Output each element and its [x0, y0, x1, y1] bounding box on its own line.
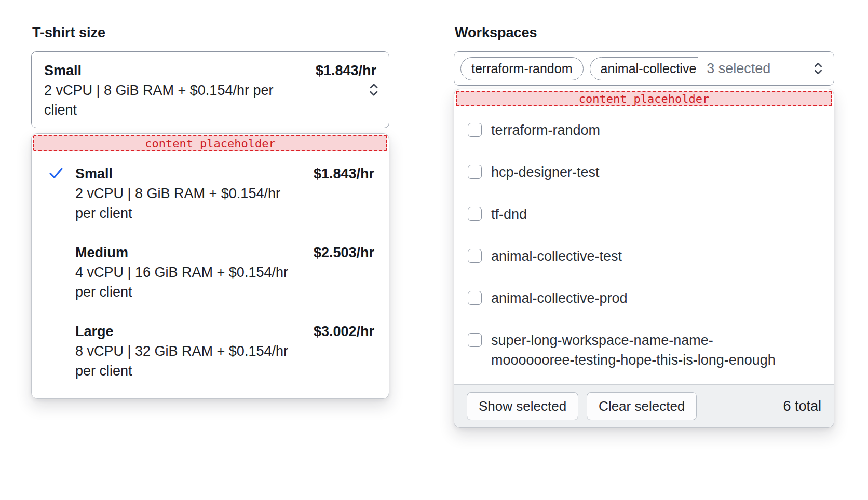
- content-placeholder: content placeholder: [33, 135, 387, 151]
- workspace-name: tf-dnd: [491, 204, 527, 224]
- selected-check-column: [47, 322, 69, 381]
- option-title: Small: [75, 164, 113, 184]
- workspaces-dropdown-panel: content placeholder terraform-random hcp…: [454, 89, 834, 428]
- tag-terraform-random[interactable]: terraform-random: [460, 57, 584, 80]
- selected-check-column: [47, 243, 69, 302]
- checkbox[interactable]: [468, 123, 482, 137]
- show-selected-button[interactable]: Show selected: [467, 392, 578, 420]
- tshirt-size-section: T-shirt size Small $1.843/hr 2 vCPU | 8 …: [31, 25, 389, 399]
- checkbox[interactable]: [468, 207, 482, 221]
- selected-count: 3 selected: [707, 61, 770, 77]
- tshirt-dropdown-panel: content placeholder Small $1.843/hr 2 vC…: [31, 133, 389, 399]
- tshirt-trigger-title: Small: [44, 61, 82, 80]
- option-price: $1.843/hr: [314, 164, 374, 184]
- option-content: Small $1.843/hr 2 vCPU | 8 GiB RAM + $0.…: [75, 164, 374, 223]
- option-content: Large $3.002/hr 8 vCPU | 32 GiB RAM + $0…: [75, 322, 374, 381]
- clear-selected-button[interactable]: Clear selected: [587, 392, 697, 420]
- workspaces-multiselect-trigger[interactable]: terraform-random animal-collective 3 sel…: [454, 51, 834, 86]
- check-icon: [47, 165, 65, 181]
- option-content: Medium $2.503/hr 4 vCPU | 16 GiB RAM + $…: [75, 243, 374, 302]
- workspace-name: animal-collective-prod: [491, 288, 628, 308]
- option-description: 2 vCPU | 8 GiB RAM + $0.154/hr per clien…: [75, 184, 304, 223]
- workspace-name: hcp-designer-test: [491, 162, 600, 182]
- workspaces-section: Workspaces terraform-random animal-colle…: [454, 25, 834, 428]
- tshirt-trigger-title-row: Small $1.843/hr: [44, 61, 376, 80]
- workspace-name: super-long-workspace-name-name-moooooore…: [491, 330, 782, 370]
- tshirt-trigger-description: 2 vCPU | 8 GiB RAM + $0.154/hr per clien…: [44, 80, 304, 120]
- option-description: 4 vCPU | 16 GiB RAM + $0.154/hr per clie…: [75, 262, 304, 302]
- workspace-option[interactable]: terraform-random: [468, 120, 819, 140]
- tshirt-trigger-price: $1.843/hr: [316, 61, 376, 80]
- option-title: Large: [75, 322, 114, 341]
- option-description: 8 vCPU | 32 GiB RAM + $0.154/hr per clie…: [75, 341, 304, 381]
- workspace-option[interactable]: tf-dnd: [468, 204, 819, 224]
- up-down-caret-icon: [366, 81, 382, 99]
- workspace-option-list: terraform-random hcp-designer-test tf-dn…: [454, 108, 834, 384]
- workspace-name: animal-collective-test: [491, 246, 622, 266]
- checkbox[interactable]: [468, 249, 482, 263]
- workspace-option[interactable]: animal-collective-prod: [468, 288, 819, 308]
- content-placeholder: content placeholder: [456, 91, 832, 106]
- tag-animal-collective[interactable]: animal-collective: [590, 57, 699, 80]
- workspaces-footer: Show selected Clear selected 6 total: [454, 384, 834, 427]
- workspace-name: terraform-random: [491, 120, 600, 140]
- workspace-option[interactable]: hcp-designer-test: [468, 162, 819, 182]
- workspace-option[interactable]: animal-collective-test: [468, 246, 819, 266]
- tshirt-select-trigger[interactable]: Small $1.843/hr 2 vCPU | 8 GiB RAM + $0.…: [31, 51, 389, 128]
- option-price: $3.002/hr: [314, 322, 374, 341]
- checkbox[interactable]: [468, 333, 482, 347]
- tshirt-option-small[interactable]: Small $1.843/hr 2 vCPU | 8 GiB RAM + $0.…: [47, 164, 374, 223]
- checkbox[interactable]: [468, 165, 482, 179]
- tshirt-option-list: Small $1.843/hr 2 vCPU | 8 GiB RAM + $0.…: [32, 152, 389, 398]
- workspace-option[interactable]: super-long-workspace-name-name-moooooore…: [468, 330, 819, 370]
- checkbox[interactable]: [468, 291, 482, 305]
- tshirt-option-large[interactable]: Large $3.002/hr 8 vCPU | 32 GiB RAM + $0…: [47, 322, 374, 381]
- tshirt-size-label: T-shirt size: [32, 25, 389, 40]
- up-down-caret-icon: [811, 60, 825, 77]
- selected-check-column: [47, 164, 69, 223]
- workspaces-label: Workspaces: [455, 25, 834, 40]
- option-price: $2.503/hr: [314, 243, 374, 262]
- option-title: Medium: [75, 243, 128, 262]
- tshirt-option-medium[interactable]: Medium $2.503/hr 4 vCPU | 16 GiB RAM + $…: [47, 243, 374, 302]
- total-count: 6 total: [783, 398, 821, 414]
